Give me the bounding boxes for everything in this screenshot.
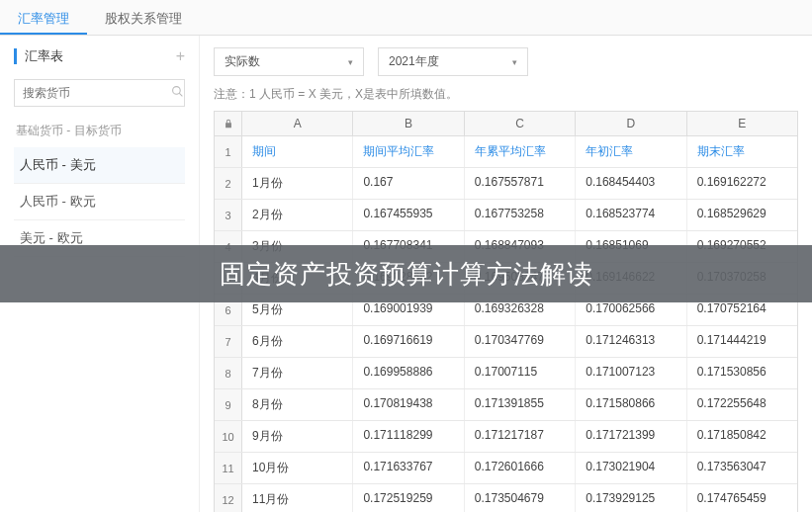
add-icon[interactable]: + xyxy=(176,47,185,65)
table-cell[interactable]: 8月份 xyxy=(242,389,353,420)
table-row: 109月份0.1711182990.1712171870.1717213990.… xyxy=(215,421,797,453)
row-number: 8 xyxy=(215,358,242,388)
note-text: 注意：1 人民币 = X 美元，X是表中所填数值。 xyxy=(214,86,798,103)
table-row: 21月份0.1670.1675578710.1684544030.1691622… xyxy=(215,168,797,200)
column-letter: C xyxy=(465,112,576,135)
table-cell[interactable]: 0.171217187 xyxy=(465,421,576,452)
search-input[interactable] xyxy=(23,86,171,100)
lock-icon xyxy=(215,112,242,135)
currency-pair-item[interactable]: 人民币 - 欧元 xyxy=(14,184,185,220)
table-cell[interactable]: 0.17007115 xyxy=(465,358,576,388)
overlay-banner: 固定资产投资预算计算方法解读 xyxy=(0,245,812,302)
column-letter: E xyxy=(687,112,797,135)
top-nav: 汇率管理 股权关系管理 xyxy=(0,0,812,36)
row-number: 3 xyxy=(215,200,242,230)
table-cell[interactable]: 0.171007123 xyxy=(576,358,686,388)
select-year[interactable]: 2021年度 ▾ xyxy=(378,47,528,76)
pair-header: 基础货币 - 目标货币 xyxy=(14,123,185,139)
table-cell[interactable]: 0.169958886 xyxy=(353,358,464,388)
currency-pair-item[interactable]: 人民币 - 美元 xyxy=(14,147,185,184)
table-cell[interactable]: 0.171721399 xyxy=(576,421,686,452)
table-cell[interactable]: 0.171633767 xyxy=(353,453,464,483)
table-header-cell[interactable]: 期间平均汇率 xyxy=(353,136,464,167)
table-cell[interactable]: 0.173929125 xyxy=(576,484,686,512)
column-letter: B xyxy=(353,112,464,135)
select-data-type[interactable]: 实际数 ▾ xyxy=(214,47,364,76)
tab-rate-mgmt[interactable]: 汇率管理 xyxy=(0,0,87,35)
column-letter: D xyxy=(576,112,686,135)
table-cell[interactable]: 11月份 xyxy=(242,484,353,512)
row-number: 1 xyxy=(215,136,242,167)
table-cell[interactable]: 0.170347769 xyxy=(465,326,576,357)
table-cell[interactable]: 0.173021904 xyxy=(576,453,686,483)
table-row: 32月份0.1674559350.1677532580.1685237740.1… xyxy=(215,200,797,231)
table-cell[interactable]: 6月份 xyxy=(242,326,353,357)
table-cell[interactable]: 0.168523774 xyxy=(576,200,686,230)
table-cell[interactable]: 0.169162272 xyxy=(687,168,797,199)
table-cell[interactable]: 0.167557871 xyxy=(465,168,576,199)
table-cell[interactable]: 0.169716619 xyxy=(353,326,464,357)
accent-bar xyxy=(14,48,17,64)
table-cell[interactable]: 9月份 xyxy=(242,421,353,452)
table-cell[interactable]: 0.172519259 xyxy=(353,484,464,512)
table-cell[interactable]: 1月份 xyxy=(242,168,353,199)
table-cell[interactable]: 0.171850842 xyxy=(687,421,797,452)
overlay-text: 固定资产投资预算计算方法解读 xyxy=(220,257,593,292)
table-header-cell[interactable]: 年累平均汇率 xyxy=(465,136,576,167)
table-cell[interactable]: 0.168454403 xyxy=(576,168,686,199)
table-cell[interactable]: 0.167753258 xyxy=(465,200,576,230)
svg-line-1 xyxy=(179,93,182,96)
table-row: 98月份0.1708194380.1713918550.1715808660.1… xyxy=(215,389,797,421)
table-cell[interactable]: 7月份 xyxy=(242,358,353,388)
tab-equity-mgmt[interactable]: 股权关系管理 xyxy=(87,0,200,35)
row-number: 11 xyxy=(215,453,242,483)
table-cell[interactable]: 0.171444219 xyxy=(687,326,797,357)
table-cell[interactable]: 0.171580866 xyxy=(576,389,686,420)
table-cell[interactable]: 0.171246313 xyxy=(576,326,686,357)
sidebar-title: 汇率表 xyxy=(25,47,176,65)
row-number: 9 xyxy=(215,389,242,420)
table-cell[interactable]: 0.173504679 xyxy=(465,484,576,512)
table-header-cell[interactable]: 期末汇率 xyxy=(687,136,797,167)
table-cell[interactable]: 0.171391855 xyxy=(465,389,576,420)
select-year-value: 2021年度 xyxy=(389,53,439,70)
table-cell[interactable]: 0.170819438 xyxy=(353,389,464,420)
table-row: 1110月份0.1716337670.1726016660.1730219040… xyxy=(215,453,797,484)
table-cell[interactable]: 10月份 xyxy=(242,453,353,483)
select-data-type-value: 实际数 xyxy=(225,53,260,70)
chevron-down-icon: ▾ xyxy=(348,57,353,67)
table-row: 87月份0.1699588860.170071150.1710071230.17… xyxy=(215,358,797,389)
row-number: 2 xyxy=(215,168,242,199)
row-number: 12 xyxy=(215,484,242,512)
row-number: 7 xyxy=(215,326,242,357)
table-row: 76月份0.1697166190.1703477690.1712463130.1… xyxy=(215,326,797,358)
svg-point-0 xyxy=(173,87,181,95)
row-number: 10 xyxy=(215,421,242,452)
table-header-cell[interactable]: 年初汇率 xyxy=(576,136,686,167)
table-cell[interactable]: 2月份 xyxy=(242,200,353,230)
search-box[interactable] xyxy=(14,79,185,107)
controls: 实际数 ▾ 2021年度 ▾ xyxy=(214,47,798,76)
table-cell[interactable]: 0.171530856 xyxy=(687,358,797,388)
table-cell[interactable]: 0.167 xyxy=(353,168,464,199)
column-letters: ABCDE xyxy=(215,112,797,136)
table-cell[interactable]: 0.171118299 xyxy=(353,421,464,452)
table-header-cell[interactable]: 期间 xyxy=(242,136,353,167)
sidebar-header: 汇率表 + xyxy=(14,47,185,65)
column-letter: A xyxy=(242,112,353,135)
table-cell[interactable]: 0.172255648 xyxy=(687,389,797,420)
table-cell[interactable]: 0.172601666 xyxy=(465,453,576,483)
table-cell[interactable]: 0.173563047 xyxy=(687,453,797,483)
table-cell[interactable]: 0.168529629 xyxy=(687,200,797,230)
table-header-row: 1期间期间平均汇率年累平均汇率年初汇率期末汇率 xyxy=(215,136,797,168)
table-cell[interactable]: 0.174765459 xyxy=(687,484,797,512)
rate-table: ABCDE 1期间期间平均汇率年累平均汇率年初汇率期末汇率21月份0.1670.… xyxy=(214,111,798,512)
table-cell[interactable]: 0.167455935 xyxy=(353,200,464,230)
table-row: 1211月份0.1725192590.1735046790.1739291250… xyxy=(215,484,797,512)
search-icon[interactable] xyxy=(171,85,184,101)
chevron-down-icon: ▾ xyxy=(512,57,517,67)
